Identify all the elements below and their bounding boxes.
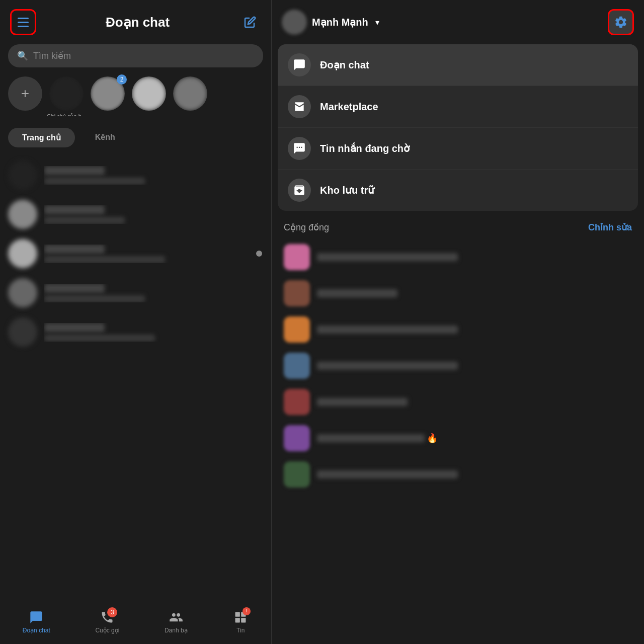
user-name: Mạnh Mạnh [312,16,368,28]
menu-item-label-marketplace: Marketplace [320,101,378,113]
community-name-3 [317,326,458,334]
menu-icon-archive [288,179,311,202]
menu-item-label-kho-luu-tru: Kho lưu trữ [320,184,374,196]
left-header: Đoạn chat [0,0,271,41]
community-name-5 [317,398,408,406]
menu-icon-chat [288,53,311,76]
right-panel: Mạnh Mạnh ▾ Đoạn chat [272,0,644,644]
calls-badge: 3 [107,607,117,617]
tabs-row: Trang chủ Kênh [0,121,271,151]
stories-icon: ! [232,609,249,625]
story-badge-2: 2 [117,74,127,85]
chat-item-5[interactable] [0,312,271,352]
community-name-1 [317,253,458,261]
plus-icon: + [21,86,29,102]
chat-name [44,245,105,254]
svg-rect-3 [241,618,246,622]
menu-item-marketplace[interactable]: Marketplace [278,86,638,128]
contacts-icon [168,609,184,625]
community-avatar-5 [284,389,310,415]
avatar [8,160,37,190]
story-item-4[interactable] [173,76,207,111]
community-avatar-7 [284,461,310,488]
chat-info [44,323,263,342]
chat-item-2[interactable] [0,195,271,234]
settings-button[interactable] [608,9,634,35]
community-item-7[interactable] [284,456,632,493]
avatar [8,317,37,347]
nav-item-danh-ba[interactable]: Danh bạ [165,609,188,634]
avatar [8,278,37,307]
chat-name [44,205,105,214]
community-avatar-3 [284,316,310,343]
community-item-3[interactable] [284,311,632,348]
tab-kenh[interactable]: Kênh [81,128,129,147]
avatar [8,200,37,229]
story-item-3[interactable] [132,76,166,111]
nav-item-doan-chat[interactable]: Đoạn chat [23,609,50,634]
nav-label-tin: Tin [236,627,245,634]
story-label-1: Ghi chú của b... [46,113,87,116]
community-item-1[interactable] [284,239,632,275]
chat-info [44,205,263,224]
search-icon: 🔍 [17,50,28,61]
community-edit-button[interactable]: Chỉnh sửa [588,222,632,233]
menu-icon-marketplace [288,95,311,118]
chat-info [44,166,263,185]
compose-button[interactable] [239,11,261,33]
search-placeholder: Tìm kiếm [33,50,71,61]
nav-label-danh-ba: Danh bạ [165,627,188,634]
gear-icon [614,15,628,29]
chat-preview [44,256,165,263]
unread-indicator [256,251,262,257]
chat-info [44,284,263,302]
nav-item-tin[interactable]: ! Tin [232,609,249,634]
story-item-2[interactable]: 2 [91,76,125,111]
community-item-5[interactable] [284,384,632,420]
left-panel: Đoạn chat 🔍 Tìm kiếm + Ghi chú của b... [0,0,272,644]
nav-label-doan-chat: Đoạn chat [23,627,50,634]
chat-preview [44,295,145,302]
chat-name [44,284,105,293]
chat-icon [28,609,44,625]
calls-icon: 3 [99,609,115,625]
chat-preview [44,178,145,185]
community-item-6[interactable]: 🔥 [284,420,632,456]
story-item-1[interactable]: Ghi chú của b... [49,76,84,111]
chat-item-1[interactable] [0,155,271,195]
menu-item-doan-chat[interactable]: Đoạn chat [278,44,638,86]
chat-preview [44,217,125,224]
user-avatar [282,10,307,35]
community-avatar-2 [284,280,310,306]
search-bar[interactable]: 🔍 Tìm kiếm [8,44,263,67]
community-header: Cộng đồng Chỉnh sửa [284,222,632,233]
chat-name [44,166,105,175]
menu-item-kho-luu-tru[interactable]: Kho lưu trữ [278,170,638,211]
community-item-4[interactable] [284,348,632,384]
chat-info [44,245,263,263]
hamburger-icon [18,18,29,27]
menu-item-label-tin-nhan: Tin nhắn đang chờ [320,142,410,154]
menu-button[interactable] [10,9,36,35]
user-profile[interactable]: Mạnh Mạnh ▾ [282,10,379,35]
community-name-2 [317,289,397,297]
menu-item-tin-nhan[interactable]: Tin nhắn đang chờ [278,128,638,170]
community-item-2[interactable] [284,275,632,311]
community-avatar-1 [284,244,310,270]
nav-item-cuoc-goi[interactable]: 3 Cuộc gọi [95,609,119,634]
tab-trang-chu[interactable]: Trang chủ [8,128,75,147]
fire-emoji: 🔥 [427,433,438,444]
community-avatar-6 [284,425,310,451]
community-name-4 [317,362,458,370]
page-title: Đoạn chat [36,15,239,30]
stories-row: + Ghi chú của b... 2 [0,73,271,116]
menu-icon-pending [288,137,311,160]
avatar [8,239,37,268]
menu-item-label-doan-chat: Đoạn chat [320,59,369,71]
chat-item-3[interactable] [0,234,271,273]
community-name-7 [317,470,458,478]
svg-rect-2 [235,618,240,622]
community-avatar-4 [284,353,310,379]
add-story-button[interactable]: + [8,76,42,111]
chat-item-4[interactable] [0,273,271,312]
